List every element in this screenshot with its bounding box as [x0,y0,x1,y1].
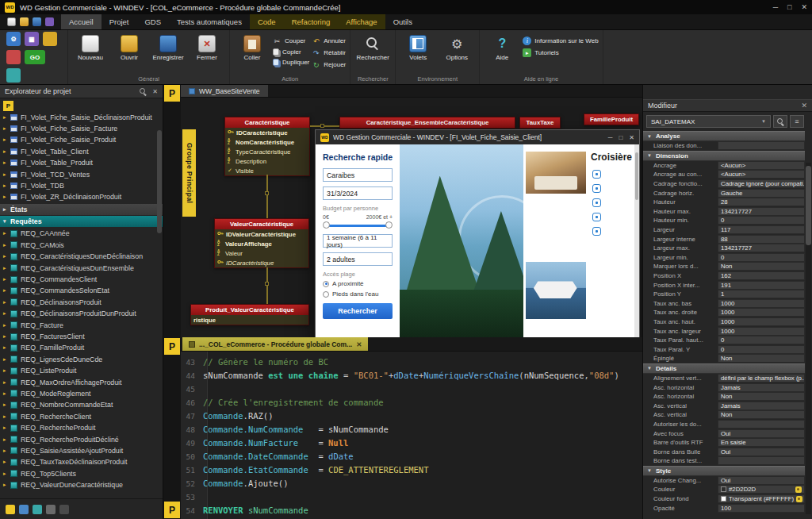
maximize-icon[interactable]: □ [787,3,791,11]
menu-button[interactable]: ≡ [790,115,804,128]
minimize-icon[interactable]: ─ [608,134,613,141]
ribbon-button-rejouer[interactable]: Rejouer [312,60,346,69]
tree-item-req-familleproduit[interactable]: ▸REQ_FamilleProduit [0,342,163,353]
tree-item-fi-volet-table-client[interactable]: ▸FI_Volet_Table_Client [0,146,163,157]
code-line-54[interactable]: 54RENVOYER sNumCommande [181,504,642,517]
ribbon-button-coller[interactable]: Coller [234,32,270,75]
close-panel-icon[interactable]: ✕ [801,102,807,110]
property-value[interactable]: Cadrage ignoré (pour compati... [718,179,805,188]
tree-item-req-declinaisonsproduitdunproduit[interactable]: ▸REQ_DéclinaisonsProduitDunProduit [0,308,163,319]
tree-item-req-caracteristiquesdunensemble[interactable]: ▸REQ_CaractéristiquesDunEnsemble [0,262,163,273]
map-icon[interactable] [592,227,601,236]
deploy-icon[interactable] [6,50,21,64]
slider-handle-min[interactable] [323,221,330,229]
entity-caracteristique-ensemblecaracteristique[interactable]: Caractéristique_EnsembleCaractéristique [339,117,515,129]
property-section-style[interactable]: ▼Style [643,466,805,476]
flight-icon[interactable] [592,170,601,179]
catalog-icon[interactable] [43,32,57,46]
property-value[interactable]: <Aucun> [718,170,805,179]
tree-item-requetes[interactable]: ▾Requêtes [0,216,163,227]
code-line-46[interactable]: 46// Crée l'enregistrement de commande [181,396,642,409]
code-line-50[interactable]: 50Commande.DateCommande = dDate [181,450,642,463]
property-value[interactable]: 162 [718,271,805,280]
ribbon-button-aide[interactable]: Aide [484,32,520,75]
date-input[interactable]: 31/3/2024 [323,186,393,200]
beach-icon[interactable] [592,198,601,207]
tree-item-req-caannee[interactable]: ▸REQ_CAAnnée [0,228,163,239]
modifier-scrollbar[interactable] [806,163,811,514]
menu-tab-refactoring[interactable]: Refactoring [284,14,339,29]
tree-item-req-rechercheproduit[interactable]: ▸REQ_RechercheProduit [0,422,163,433]
property-value[interactable]: Jamais [718,402,805,410]
property-value[interactable]: 88 [718,235,805,244]
code-line-45[interactable]: 45 [181,383,642,396]
property-section-dimension[interactable]: ▼Dimension [643,151,805,161]
ribbon-button-couper[interactable]: Couper [273,37,309,45]
menu-tab-affichage[interactable]: Affichage [338,14,385,29]
property-value[interactable]: 134217727 [718,244,805,252]
palette-icon[interactable] [796,496,802,502]
pane-tab-diagram[interactable]: P [164,85,180,102]
modules-icon[interactable]: ▦ [25,32,39,46]
property-value[interactable]: Transparent (#FFFFFF) [718,494,805,503]
tree-item-req-saisieassisteeajoutproduit[interactable]: ▸REQ_SaisieAssistéeAjoutProduit [0,445,163,456]
tree-item-req-facturesclient[interactable]: ▸REQ_FacturesClient [0,331,163,342]
tree-item-fi-volet-fiche-saisie-produit[interactable]: ▸FI_Volet_Fiche_Saisie_Produit [0,134,163,145]
entity-caracteristique[interactable]: CaractéristiqueIDCaractéristiqueAZNomCar… [224,117,310,176]
ribbon-button-annuler[interactable]: Annuler [312,37,346,45]
ribbon-button-nouveau[interactable]: Nouveau [72,32,109,75]
ribbon-button-copier[interactable]: Copier [273,48,309,56]
beach-option-proximity[interactable]: A proximité [323,280,393,287]
property-value[interactable]: Oui [718,448,805,456]
tree-item-fi-volet-zr-declinaisonproduit[interactable]: ▸FI_Volet_ZR_DéclinaisonProduit [0,191,163,202]
budget-slider[interactable] [323,221,393,229]
go-test-button[interactable]: GO [25,50,45,64]
property-value[interactable]: 1000 [718,308,805,317]
property-value[interactable] [718,456,805,465]
duration-select[interactable]: 1 semaine (6 à 11 jours) [323,234,393,248]
search-icon[interactable] [140,88,147,95]
close-panel-icon[interactable]: ✕ [152,88,158,95]
hotel-icon[interactable] [592,184,601,193]
property-value[interactable]: 1 [718,290,805,298]
tree-item-project-root[interactable]: P [0,100,163,111]
property-value[interactable] [718,420,805,429]
code-line-51[interactable]: 51Commande.EtatCommande = CDE_ATTENTEREG… [181,463,642,477]
list-view-icon[interactable] [46,505,56,514]
open-icon[interactable] [20,17,29,26]
cruise-icon[interactable] [592,213,601,221]
entity-tauxtaxe[interactable]: TauxTaxe [519,117,561,129]
tree-item-req-commandesselonetat[interactable]: ▸REQ_CommandesSelonEtat [0,285,163,296]
tree-item-fi-volet-fiche-saisie-declinaisonproduit[interactable]: ▸FI_Volet_Fiche_Saisie_DéclinaisonProdui… [0,111,163,122]
explorer-scrollbar[interactable] [157,130,162,233]
tree-item-req-rechercheclient[interactable]: ▸REQ_RechercheClient [0,411,163,422]
property-value[interactable]: 100 [718,504,805,513]
tree-item-req-facture[interactable]: ▸REQ_Facture [0,319,163,330]
code-line-48[interactable]: 48Commande.NumCommande = sNumCommande [181,423,642,436]
property-section-analyse[interactable]: ▼Analyse [643,131,805,141]
tree-item-req-listeproduit[interactable]: ▸REQ_ListeProduit [0,365,163,376]
save-icon[interactable] [33,17,41,26]
queries-view-icon[interactable] [33,505,42,514]
tree-item-req-top5clients[interactable]: ▸REQ_Top5Clients [0,468,163,479]
beach-option-waterfront[interactable]: Pieds dans l'eau [323,290,393,298]
search-button[interactable]: Rechercher [323,303,393,319]
property-value[interactable]: Non [718,262,805,271]
property-value[interactable]: Jamais [718,383,805,392]
options-view-icon[interactable] [59,505,69,514]
tree-item-req-nombrecommandeetat[interactable]: ▸REQ_NombreCommandeEtat [0,399,163,410]
diagram-group-tab[interactable]: Groupe Principal [182,129,196,217]
code-line-43[interactable]: 43// Génère le numéro de BC [181,356,642,369]
property-value[interactable]: 1000 [718,317,805,326]
tree-item-req-tauxtaxedeclinaisonproduit[interactable]: ▸REQ_TauxTaxeDéclinaisonProduit [0,456,163,467]
property-value[interactable]: 0 [718,253,805,262]
close-icon[interactable]: ✕ [801,3,807,11]
slider-handle-max[interactable] [385,221,393,229]
tree-item-req-lignescdedunecde[interactable]: ▸REQ_LignesCdeDuneCde [0,354,163,365]
maximize-icon[interactable]: □ [619,134,622,141]
code-line-44[interactable]: 44sNumCommande est une chaîne = "BC01-"+… [181,369,642,383]
new-document-icon[interactable] [7,17,16,26]
property-value[interactable]: #2D2D2D [718,485,805,494]
code-line-53[interactable]: 53 [181,490,642,504]
ribbon-button-options[interactable]: Options [439,32,475,75]
